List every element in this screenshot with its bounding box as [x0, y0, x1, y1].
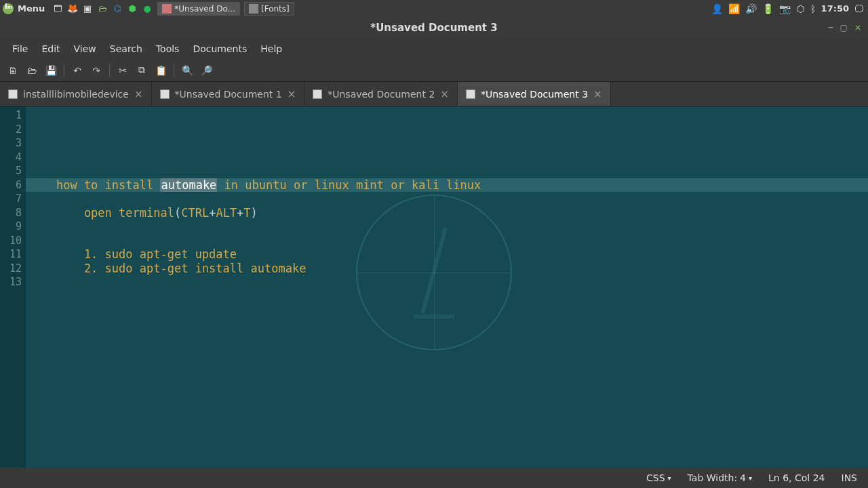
taskbar-item-gedit[interactable]: *Unsaved Do...: [157, 2, 240, 16]
clock[interactable]: 17:50: [821, 3, 849, 14]
close-icon[interactable]: ×: [288, 88, 296, 100]
user-icon[interactable]: 👤: [711, 3, 723, 14]
window-controls: ─ ▢ ✕: [828, 23, 868, 33]
window-titlebar[interactable]: *Unsaved Document 3 ─ ▢ ✕: [0, 17, 868, 39]
menu-search[interactable]: Search: [103, 41, 149, 57]
volume-icon[interactable]: 🔊: [745, 3, 757, 14]
menu-tools[interactable]: Tools: [149, 41, 186, 57]
document-icon: [466, 89, 475, 99]
find-replace-button[interactable]: 🔎: [199, 65, 214, 76]
toolbar: 🗎 🗁 💾 ↶ ↷ ✂ ⧉ 📋 🔍 🔎: [0, 59, 868, 82]
document-tabs: installlibimobiledevice × *Unsaved Docum…: [0, 82, 868, 106]
close-button[interactable]: ✕: [854, 23, 861, 33]
shield-icon[interactable]: ⬡: [796, 3, 804, 14]
statusbar: CSS ▾ Tab Width: 4 ▾ Ln 6, Col 24 INS: [0, 468, 868, 488]
editor[interactable]: 12345678910111213 how to install automak…: [0, 106, 868, 468]
chevron-down-icon: ▾: [749, 474, 752, 482]
find-button[interactable]: 🔍: [180, 65, 195, 76]
show-desktop-icon[interactable]: 🗔: [52, 3, 64, 15]
menu-help[interactable]: Help: [254, 41, 289, 57]
tab-width-value: 4: [740, 472, 746, 483]
save-button[interactable]: 💾: [43, 65, 58, 76]
tab-unsaved-1[interactable]: *Unsaved Document 1 ×: [152, 82, 305, 106]
spotify-icon[interactable]: ●: [141, 3, 153, 15]
toolbar-separator: [109, 64, 110, 77]
menu-edit[interactable]: Edit: [35, 41, 66, 57]
minimize-button[interactable]: ─: [828, 23, 833, 33]
panel-left: Menu 🗔 🦊 ▣ 🗁 ⌬ ⬢ ● *Unsaved Do... [Fonts…: [0, 2, 294, 16]
document-icon: [8, 89, 18, 99]
insert-mode[interactable]: INS: [842, 472, 858, 483]
close-icon[interactable]: ×: [593, 88, 602, 100]
app-menu-button[interactable]: Menu: [18, 3, 45, 14]
files-icon[interactable]: 🗁: [96, 3, 108, 15]
menu-view[interactable]: View: [67, 41, 103, 57]
close-icon[interactable]: ×: [134, 88, 143, 100]
gedit-icon: [162, 4, 172, 14]
fonts-icon: [249, 4, 258, 14]
taskbar-item-fonts[interactable]: [Fonts]: [244, 2, 294, 16]
toolbar-separator: [174, 64, 174, 77]
cut-button[interactable]: ✂: [115, 65, 130, 76]
desktop-panel: Menu 🗔 🦊 ▣ 🗁 ⌬ ⬢ ● *Unsaved Do... [Fonts…: [0, 0, 868, 17]
menubar: File Edit View Search Tools Documents He…: [0, 39, 868, 59]
syntax-selector[interactable]: CSS ▾: [646, 472, 671, 483]
tab-label: *Unsaved Document 3: [481, 89, 588, 100]
maximize-button[interactable]: ▢: [840, 23, 848, 33]
mint-logo-icon[interactable]: [3, 3, 14, 14]
window-title: *Unsaved Document 3: [370, 22, 497, 34]
copy-button[interactable]: ⧉: [134, 64, 149, 76]
tab-installlibimobiledevice[interactable]: installlibimobiledevice ×: [0, 82, 152, 106]
menu-file[interactable]: File: [5, 41, 35, 57]
monitor-icon[interactable]: 🖵: [854, 3, 864, 14]
tab-unsaved-3[interactable]: *Unsaved Document 3 ×: [458, 82, 611, 106]
tab-width-selector[interactable]: Tab Width: 4 ▾: [688, 472, 753, 483]
syntax-label: CSS: [646, 472, 665, 483]
terminal-icon[interactable]: ▣: [81, 3, 94, 15]
paste-button[interactable]: 📋: [153, 65, 168, 76]
firefox-icon[interactable]: 🦊: [66, 3, 79, 15]
open-button[interactable]: 🗁: [24, 65, 39, 76]
qt-icon[interactable]: ⬢: [126, 3, 138, 15]
close-icon[interactable]: ×: [440, 88, 449, 100]
chevron-down-icon: ▾: [668, 474, 671, 482]
menu-documents[interactable]: Documents: [186, 41, 254, 57]
undo-button[interactable]: ↶: [70, 65, 85, 76]
python-icon[interactable]: ⌬: [111, 3, 123, 15]
bluetooth-icon[interactable]: ᛒ: [810, 3, 816, 14]
new-button[interactable]: 🗎: [5, 65, 20, 76]
tab-unsaved-2[interactable]: *Unsaved Document 2 ×: [304, 82, 458, 106]
document-icon: [313, 89, 322, 99]
redo-button[interactable]: ↷: [89, 65, 104, 76]
cursor-position: Ln 6, Col 24: [768, 472, 825, 483]
panel-tray: 👤 📶 🔊 🔋 📷 ⬡ ᛒ 17:50 🖵: [711, 3, 868, 14]
tab-width-label: Tab Width:: [688, 472, 738, 483]
camera-icon[interactable]: 📷: [779, 3, 791, 14]
tab-label: *Unsaved Document 2: [328, 89, 435, 100]
document-icon: [160, 89, 170, 99]
code-area[interactable]: how to install automake in ubuntu or lin…: [26, 106, 868, 468]
taskbar-item-label: [Fonts]: [261, 4, 290, 14]
tab-label: *Unsaved Document 1: [175, 89, 282, 100]
battery-icon[interactable]: 🔋: [762, 3, 774, 14]
taskbar-item-label: *Unsaved Do...: [174, 4, 235, 14]
line-number-gutter: 12345678910111213: [0, 106, 26, 468]
tab-label: installlibimobiledevice: [23, 89, 129, 100]
toolbar-separator: [64, 64, 64, 77]
wifi-icon[interactable]: 📶: [728, 3, 740, 14]
